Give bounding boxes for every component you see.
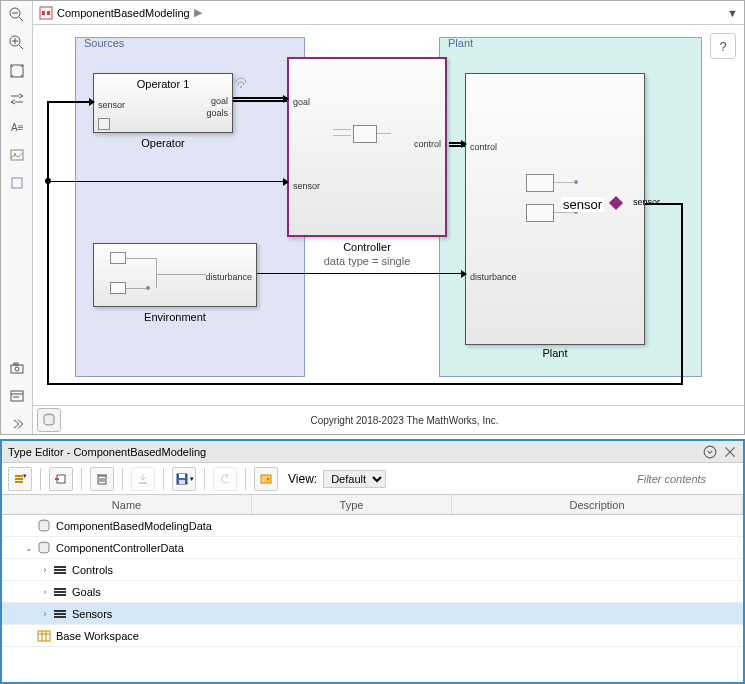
help-button[interactable]: ? <box>710 33 736 59</box>
operator-label: Operator <box>93 137 233 149</box>
canvas[interactable]: Sources Plant Operator 1 sensor goal goa… <box>33 25 744 405</box>
import-button <box>131 467 155 491</box>
save-button[interactable]: ▾ <box>172 467 196 491</box>
filter-input[interactable] <box>637 473 737 485</box>
copyright-text: Copyright 2018-2023 The MathWorks, Inc. <box>65 411 744 430</box>
image-icon[interactable] <box>7 145 27 165</box>
close-icon[interactable] <box>723 445 737 459</box>
more-icon[interactable] <box>7 414 27 434</box>
type-editor-title: Type Editor - ComponentBasedModeling <box>8 446 206 458</box>
svg-rect-16 <box>14 363 18 365</box>
svg-text:▾: ▾ <box>23 472 27 479</box>
area-icon[interactable] <box>7 173 27 193</box>
ws-icon <box>36 629 52 643</box>
svg-point-23 <box>240 86 242 88</box>
plant-block[interactable]: control disturbance <box>465 73 645 345</box>
expand-icon[interactable]: › <box>38 587 52 597</box>
sensor-tag: sensor <box>561 197 604 212</box>
zoom-in-icon[interactable] <box>7 33 27 53</box>
type-editor-table: Name Type Description ComponentBasedMode… <box>2 495 743 682</box>
controller-label: Controller <box>287 241 447 253</box>
svg-rect-14 <box>11 365 23 373</box>
operator-title: Operator 1 <box>94 78 232 90</box>
tree-row-sensors[interactable]: ›Sensors <box>2 603 743 625</box>
svg-rect-21 <box>42 11 45 15</box>
plant-port-control: control <box>470 142 497 152</box>
row-label: ComponentBasedModelingData <box>56 520 212 532</box>
operator-port-sensor: sensor <box>98 100 125 110</box>
breadcrumb-separator-icon: ▶ <box>194 6 202 19</box>
expand-icon[interactable]: ⌄ <box>22 543 36 553</box>
fit-icon[interactable] <box>7 61 27 81</box>
controller-block[interactable]: goal sensor control <box>287 57 447 237</box>
svg-line-6 <box>19 45 23 49</box>
svg-rect-20 <box>40 7 52 19</box>
bus-icon <box>52 563 68 577</box>
tree-row-goals[interactable]: ›Goals <box>2 581 743 603</box>
minimize-icon[interactable] <box>703 445 717 459</box>
controller-port-sensor: sensor <box>293 181 320 191</box>
controller-port-goal: goal <box>293 97 310 107</box>
dropdown-arrow-icon[interactable]: ▼ <box>727 7 738 19</box>
row-label: Base Workspace <box>56 630 139 642</box>
environment-label: Environment <box>93 311 257 323</box>
plant-label: Plant <box>446 37 475 49</box>
tree-row-componentbasedmodelingdata[interactable]: ComponentBasedModelingData <box>2 515 743 537</box>
svg-rect-41 <box>179 474 185 478</box>
svg-text:A≡: A≡ <box>11 122 24 133</box>
bus-icon <box>52 585 68 599</box>
sources-label: Sources <box>82 37 126 49</box>
expand-icon[interactable]: › <box>38 609 52 619</box>
db-icon <box>36 519 52 533</box>
operator-block[interactable]: Operator 1 sensor goal goals <box>93 73 233 133</box>
controller-port-control: control <box>414 139 441 149</box>
svg-rect-55 <box>38 631 50 641</box>
zoom-out-icon[interactable] <box>7 5 27 25</box>
undo-button <box>213 467 237 491</box>
delete-button[interactable] <box>90 467 114 491</box>
data-dictionary-button[interactable] <box>37 408 61 432</box>
svg-rect-42 <box>179 480 185 484</box>
view-select[interactable]: Default <box>323 470 386 488</box>
new-button[interactable]: ▾ <box>8 467 32 491</box>
svg-point-25 <box>704 446 716 458</box>
controller-note: data type = single <box>287 255 447 267</box>
type-editor-header: Type Editor - ComponentBasedModeling <box>2 441 743 463</box>
col-type[interactable]: Type <box>252 495 452 514</box>
plant-port-disturbance: disturbance <box>470 272 517 282</box>
cut-button[interactable] <box>49 467 73 491</box>
col-desc[interactable]: Description <box>452 495 743 514</box>
col-name[interactable]: Name <box>2 495 252 514</box>
toggle-icon[interactable] <box>7 89 27 109</box>
annotation-icon[interactable]: A≡ <box>7 117 27 137</box>
expand-icon[interactable]: › <box>38 565 52 575</box>
svg-rect-13 <box>12 178 22 188</box>
left-toolbar: A≡ <box>1 1 33 434</box>
operator-port-goal: goal <box>211 96 228 106</box>
wifi-icon <box>235 77 247 89</box>
environment-block[interactable]: disturbance <box>93 243 257 307</box>
type-editor-toolbar: ▾ ▾ View: Default <box>2 463 743 495</box>
controller-inner-diagram <box>333 115 383 149</box>
camera-icon[interactable] <box>7 358 27 378</box>
row-label: Goals <box>72 586 101 598</box>
tree-row-base-workspace[interactable]: Base Workspace <box>2 625 743 647</box>
svg-point-15 <box>15 367 19 371</box>
view-label: View: <box>288 472 317 486</box>
model-icon <box>39 6 53 20</box>
operator-port-goals: goals <box>206 108 228 118</box>
bus-icon <box>52 607 68 621</box>
plant-block-label: Plant <box>465 347 645 359</box>
properties-icon[interactable] <box>7 386 27 406</box>
tree-row-componentcontrollerdata[interactable]: ⌄ComponentControllerData <box>2 537 743 559</box>
row-label: Controls <box>72 564 113 576</box>
db-icon <box>36 541 52 555</box>
tree-row-controls[interactable]: ›Controls <box>2 559 743 581</box>
svg-rect-22 <box>47 11 50 15</box>
model-ref-icon <box>98 118 110 130</box>
navigate-button[interactable] <box>254 467 278 491</box>
breadcrumb-model[interactable]: ComponentBasedModeling <box>57 7 190 19</box>
table-header: Name Type Description <box>2 495 743 515</box>
svg-rect-39 <box>139 482 147 484</box>
svg-rect-17 <box>11 391 23 401</box>
